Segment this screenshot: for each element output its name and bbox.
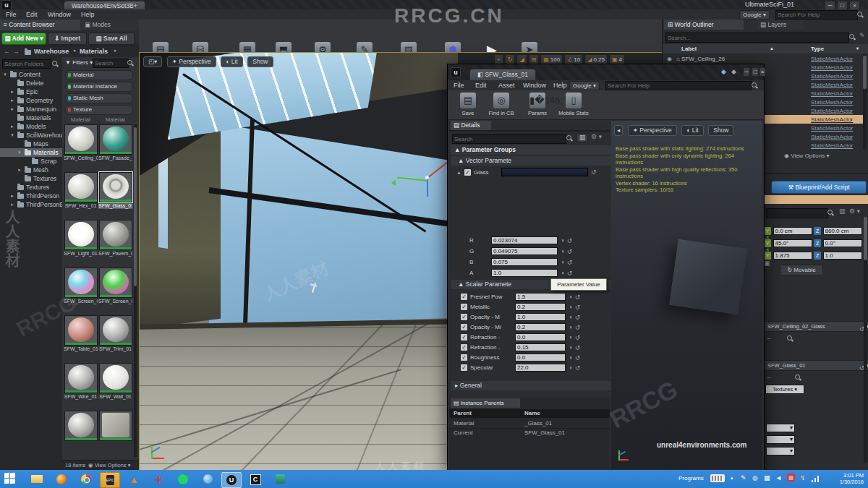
tree-item-geometry[interactable]: ▸Geometry [0,96,62,105]
asset-tile[interactable] [98,411,132,442]
mi-preview-viewport[interactable]: ◂ ✦ Perspective ◐ Lit Show Base pass sha… [611,121,762,469]
reset-icon[interactable]: ↺ [575,324,581,331]
small-combo[interactable]: ▾ [766,447,795,455]
reset-icon[interactable]: ↺ [575,304,581,311]
material-slot-browse-icon[interactable] [787,335,793,342]
reset-icon[interactable]: ↺ [575,344,581,351]
scalar-field[interactable] [515,313,566,321]
start-button[interactable] [4,473,20,484]
channel-g-field[interactable] [491,247,558,255]
tree-item-mannequin[interactable]: ▸Mannequin [0,105,62,114]
location-z-field[interactable] [823,227,862,235]
scalar-field[interactable] [515,333,566,341]
keyboard-icon[interactable] [710,474,725,482]
picker-icon[interactable]: ◑ [561,237,564,244]
menu-file[interactable]: File [454,82,464,89]
reset-icon[interactable]: ↺ [575,294,581,301]
picker-icon[interactable]: ◑ [569,324,572,330]
tray-expand-icon[interactable]: ▴ [731,475,733,481]
preview-perspective-button[interactable]: ✦ Perspective [628,125,677,136]
param-checkbox[interactable]: ✓ [461,344,467,351]
outliner-view-options[interactable]: ◉ View Options ▾ [784,153,829,159]
asset-tile[interactable]: SFW_Hex_01 [64,172,98,209]
taskbar-spotify[interactable] [174,472,192,487]
close-button[interactable]: × [759,67,766,77]
reset-icon[interactable]: ↺ [567,248,573,255]
search-engine-dropdown[interactable]: Google ▾ [739,10,770,20]
search-folders-icon[interactable] [52,61,59,67]
material-slot-back-icon[interactable]: ← [766,334,773,341]
search-folders-input[interactable] [2,59,51,69]
filter-pill-material[interactable]: Material [65,70,133,80]
tree-item-maps[interactable]: Maps [0,140,62,148]
reset-icon[interactable]: ↺ [575,364,581,372]
asset-tile[interactable]: SFW_Trim_01 [98,315,132,352]
reset-icon[interactable]: ↺ [575,314,581,321]
tab-modes[interactable]: ▣ Modes [80,20,142,30]
glass-checkbox[interactable]: ✓ [464,169,471,176]
tree-item-thirdperson[interactable]: ▸ThirdPerson [0,192,62,200]
scalar-field[interactable] [515,323,566,331]
preview-lit-button[interactable]: ◐ Lit [681,125,703,136]
param-checkbox[interactable]: ✓ [461,294,467,300]
picker-icon[interactable]: ◑ [569,294,572,300]
scale-z-field[interactable] [823,252,862,260]
asset-tile[interactable]: SFW_Ceiling_01 [64,124,98,161]
menu-asset[interactable]: Asset [498,82,515,89]
add-new-button[interactable]: ▤ Add New ▾ [1,33,46,45]
tree-item-textures[interactable]: Textures [0,174,62,183]
save-all-button[interactable]: ▤ Save All [88,33,135,45]
vector-parameter-header[interactable]: ▲ Vector Paramete [451,156,616,166]
picker-icon[interactable]: ◑ [561,259,564,265]
search-assets-icon[interactable] [127,60,134,67]
material-instance-tab[interactable]: ◧ SFW_Glass_01 [469,69,536,80]
tree-item-scrap[interactable]: Scrap [0,157,62,166]
outliner-row[interactable]: ◉⌂ SFW_Ceiling_26StaticMeshActor [663,54,864,63]
mobility-movable-button[interactable]: ↻ Movable [780,265,823,275]
picker-icon[interactable]: ◑ [569,304,572,310]
param-checkbox[interactable]: ✓ [461,364,467,371]
search-icon[interactable] [857,12,864,18]
taskbar-blue-app[interactable] [198,472,217,487]
tree-item-mesh[interactable]: ▸Mesh [0,166,62,174]
scalar-field[interactable] [515,354,566,361]
scalar-field[interactable] [515,293,566,301]
bug-icon[interactable]: ◆ [731,68,736,75]
asset-tile[interactable]: SFW_Wire_01 [64,363,98,400]
search-icon[interactable] [752,82,758,89]
menu-edit[interactable]: Edit [26,11,38,18]
asset-tile[interactable]: SFW_Screen_01 [64,267,98,304]
sort-icon[interactable]: ▲ [770,44,774,53]
help-search-input[interactable] [775,10,858,20]
menu-help[interactable]: Help [553,82,567,89]
details-scrollbar[interactable] [864,217,867,463]
instance-parent-row[interactable]: Current SFW_Glass_01 [449,429,610,437]
reset-icon[interactable]: ↺ [567,259,573,266]
scalar-field[interactable] [515,303,566,311]
taskbar-green-app[interactable] [271,472,289,487]
tray-grid-icon[interactable]: ▦ [764,474,770,481]
details-search-icon[interactable] [827,210,834,216]
element-slot-dropdown[interactable]: SFW_Glass_01 ▾ [764,360,868,371]
asset-tile[interactable]: SFW_Table_01 [64,315,98,352]
taskbar-epic-launcher[interactable]: EPIC [100,472,120,488]
rotation-y-field[interactable] [773,239,812,247]
tray-red-icon[interactable]: ▨ [787,474,795,481]
filters-dropdown[interactable]: ▼ Filters ▾ [65,59,93,66]
taskbar-vlc[interactable]: ▲ [124,472,143,487]
tray-pen-icon[interactable]: ✎ [741,474,746,481]
asset-tile[interactable]: SFW_Screen_02 [98,267,132,304]
element-slot-browse-icon[interactable] [795,374,801,381]
small-combo[interactable]: ▾ [766,435,795,444]
reset-icon[interactable]: ↺ [567,270,573,277]
tree-item-scifiwarehouse[interactable]: ▾ScifiWarehouse [0,131,62,140]
outliner-pin-icon[interactable]: ✎ [859,32,865,39]
feedback-icon[interactable]: ◆ [721,68,726,75]
menu-file[interactable]: File [6,11,17,18]
picker-icon[interactable]: ◑ [561,270,564,276]
mi-toolbar-mobile-stats[interactable]: ▯Mobile Stats [553,93,594,116]
tree-item-materials[interactable]: Materials [0,114,62,122]
reset-icon[interactable]: ↺ [575,354,581,361]
location-y-field[interactable] [773,227,812,235]
details-gear-icon[interactable]: ⚙ ▾ [849,207,860,215]
